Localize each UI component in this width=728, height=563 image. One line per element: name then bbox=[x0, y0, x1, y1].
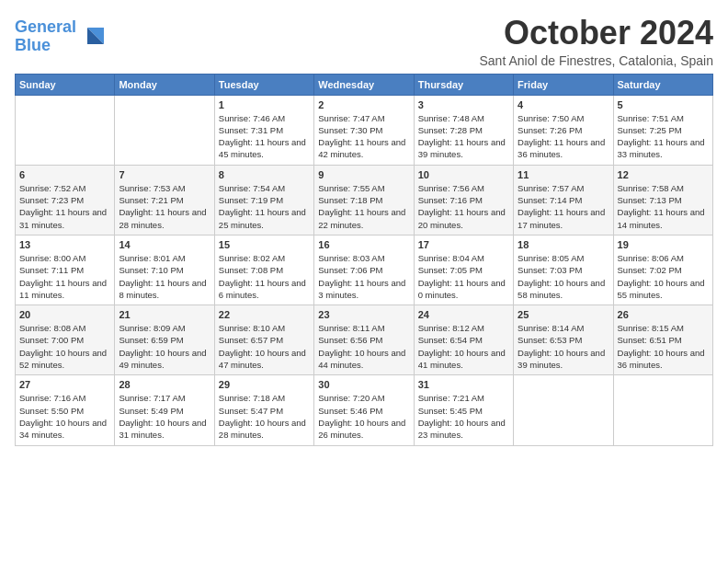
day-number: 22 bbox=[219, 309, 310, 320]
calendar-cell bbox=[16, 95, 115, 165]
logo-general: General bbox=[15, 17, 76, 36]
calendar-cell: 9Sunrise: 7:55 AM Sunset: 7:18 PM Daylig… bbox=[314, 165, 414, 235]
calendar-cell: 31Sunrise: 7:21 AM Sunset: 5:45 PM Dayli… bbox=[414, 375, 513, 445]
calendar-cell bbox=[115, 95, 214, 165]
logo-icon bbox=[78, 24, 104, 50]
day-number: 6 bbox=[19, 169, 110, 180]
col-header-friday: Friday bbox=[514, 74, 613, 95]
day-detail: Sunrise: 7:17 AM Sunset: 5:49 PM Dayligh… bbox=[119, 392, 210, 441]
col-header-wednesday: Wednesday bbox=[314, 74, 414, 95]
calendar-cell: 4Sunrise: 7:50 AM Sunset: 7:26 PM Daylig… bbox=[514, 95, 613, 165]
day-number: 26 bbox=[618, 309, 709, 320]
day-detail: Sunrise: 7:53 AM Sunset: 7:21 PM Dayligh… bbox=[119, 182, 210, 231]
day-detail: Sunrise: 8:14 AM Sunset: 6:53 PM Dayligh… bbox=[518, 322, 609, 371]
day-number: 10 bbox=[418, 169, 509, 180]
calendar-cell: 22Sunrise: 8:10 AM Sunset: 6:57 PM Dayli… bbox=[214, 305, 313, 375]
day-number: 30 bbox=[318, 379, 409, 390]
day-number: 24 bbox=[418, 309, 509, 320]
col-header-tuesday: Tuesday bbox=[214, 74, 313, 95]
calendar-cell: 23Sunrise: 8:11 AM Sunset: 6:56 PM Dayli… bbox=[314, 305, 414, 375]
day-detail: Sunrise: 7:48 AM Sunset: 7:28 PM Dayligh… bbox=[418, 112, 509, 161]
day-number: 17 bbox=[418, 239, 509, 250]
day-detail: Sunrise: 8:03 AM Sunset: 7:06 PM Dayligh… bbox=[318, 252, 409, 301]
calendar-cell: 15Sunrise: 8:02 AM Sunset: 7:08 PM Dayli… bbox=[214, 235, 313, 304]
day-detail: Sunrise: 7:46 AM Sunset: 7:31 PM Dayligh… bbox=[219, 112, 310, 161]
day-number: 7 bbox=[119, 169, 210, 180]
day-number: 23 bbox=[318, 309, 409, 320]
day-number: 4 bbox=[518, 99, 609, 110]
calendar-cell: 20Sunrise: 8:08 AM Sunset: 7:00 PM Dayli… bbox=[16, 305, 115, 375]
day-number: 9 bbox=[318, 169, 409, 180]
day-number: 27 bbox=[19, 379, 110, 390]
day-number: 5 bbox=[618, 99, 709, 110]
calendar-cell: 13Sunrise: 8:00 AM Sunset: 7:11 PM Dayli… bbox=[16, 235, 115, 304]
day-number: 12 bbox=[618, 169, 709, 180]
calendar-cell: 1Sunrise: 7:46 AM Sunset: 7:31 PM Daylig… bbox=[214, 95, 313, 165]
col-header-thursday: Thursday bbox=[414, 74, 513, 95]
day-detail: Sunrise: 7:47 AM Sunset: 7:30 PM Dayligh… bbox=[318, 112, 409, 161]
calendar-cell: 10Sunrise: 7:56 AM Sunset: 7:16 PM Dayli… bbox=[414, 165, 513, 235]
calendar-cell: 24Sunrise: 8:12 AM Sunset: 6:54 PM Dayli… bbox=[414, 305, 513, 375]
week-row-5: 27Sunrise: 7:16 AM Sunset: 5:50 PM Dayli… bbox=[16, 375, 713, 445]
day-detail: Sunrise: 7:50 AM Sunset: 7:26 PM Dayligh… bbox=[518, 112, 609, 161]
calendar-cell: 11Sunrise: 7:57 AM Sunset: 7:14 PM Dayli… bbox=[514, 165, 613, 235]
day-number: 19 bbox=[618, 239, 709, 250]
day-detail: Sunrise: 7:58 AM Sunset: 7:13 PM Dayligh… bbox=[618, 182, 709, 231]
calendar-cell bbox=[613, 375, 712, 445]
day-detail: Sunrise: 8:12 AM Sunset: 6:54 PM Dayligh… bbox=[418, 322, 509, 371]
month-title: October 2024 bbox=[480, 15, 714, 52]
title-block: October 2024 Sant Aniol de Finestres, Ca… bbox=[480, 15, 714, 68]
day-number: 13 bbox=[19, 239, 110, 250]
col-header-saturday: Saturday bbox=[613, 74, 712, 95]
calendar-cell: 3Sunrise: 7:48 AM Sunset: 7:28 PM Daylig… bbox=[414, 95, 513, 165]
calendar-table: SundayMondayTuesdayWednesdayThursdayFrid… bbox=[15, 74, 713, 446]
calendar-cell: 29Sunrise: 7:18 AM Sunset: 5:47 PM Dayli… bbox=[214, 375, 313, 445]
day-number: 18 bbox=[518, 239, 609, 250]
day-number: 29 bbox=[219, 379, 310, 390]
week-row-4: 20Sunrise: 8:08 AM Sunset: 7:00 PM Dayli… bbox=[16, 305, 713, 375]
calendar-cell: 21Sunrise: 8:09 AM Sunset: 6:59 PM Dayli… bbox=[115, 305, 214, 375]
day-detail: Sunrise: 7:16 AM Sunset: 5:50 PM Dayligh… bbox=[19, 392, 110, 441]
day-number: 15 bbox=[219, 239, 310, 250]
day-detail: Sunrise: 7:20 AM Sunset: 5:46 PM Dayligh… bbox=[318, 392, 409, 441]
week-row-2: 6Sunrise: 7:52 AM Sunset: 7:23 PM Daylig… bbox=[16, 165, 713, 235]
calendar-cell: 28Sunrise: 7:17 AM Sunset: 5:49 PM Dayli… bbox=[115, 375, 214, 445]
calendar-cell: 19Sunrise: 8:06 AM Sunset: 7:02 PM Dayli… bbox=[613, 235, 712, 304]
day-detail: Sunrise: 8:11 AM Sunset: 6:56 PM Dayligh… bbox=[318, 322, 409, 371]
page-header: General Blue October 2024 Sant Aniol de … bbox=[15, 15, 713, 68]
day-number: 1 bbox=[219, 99, 310, 110]
day-detail: Sunrise: 7:56 AM Sunset: 7:16 PM Dayligh… bbox=[418, 182, 509, 231]
day-detail: Sunrise: 8:08 AM Sunset: 7:00 PM Dayligh… bbox=[19, 322, 110, 371]
week-row-3: 13Sunrise: 8:00 AM Sunset: 7:11 PM Dayli… bbox=[16, 235, 713, 304]
calendar-cell: 17Sunrise: 8:04 AM Sunset: 7:05 PM Dayli… bbox=[414, 235, 513, 304]
day-detail: Sunrise: 8:05 AM Sunset: 7:03 PM Dayligh… bbox=[518, 252, 609, 301]
day-detail: Sunrise: 7:21 AM Sunset: 5:45 PM Dayligh… bbox=[418, 392, 509, 441]
day-detail: Sunrise: 8:06 AM Sunset: 7:02 PM Dayligh… bbox=[618, 252, 709, 301]
location-subtitle: Sant Aniol de Finestres, Catalonia, Spai… bbox=[480, 53, 714, 68]
week-row-1: 1Sunrise: 7:46 AM Sunset: 7:31 PM Daylig… bbox=[16, 95, 713, 165]
calendar-cell bbox=[514, 375, 613, 445]
day-number: 3 bbox=[418, 99, 509, 110]
day-number: 20 bbox=[19, 309, 110, 320]
logo: General Blue bbox=[15, 18, 104, 55]
col-header-sunday: Sunday bbox=[16, 74, 115, 95]
day-number: 14 bbox=[119, 239, 210, 250]
day-detail: Sunrise: 7:55 AM Sunset: 7:18 PM Dayligh… bbox=[318, 182, 409, 231]
calendar-cell: 25Sunrise: 8:14 AM Sunset: 6:53 PM Dayli… bbox=[514, 305, 613, 375]
day-number: 2 bbox=[318, 99, 409, 110]
calendar-cell: 2Sunrise: 7:47 AM Sunset: 7:30 PM Daylig… bbox=[314, 95, 414, 165]
day-detail: Sunrise: 8:04 AM Sunset: 7:05 PM Dayligh… bbox=[418, 252, 509, 301]
day-number: 16 bbox=[318, 239, 409, 250]
day-detail: Sunrise: 8:00 AM Sunset: 7:11 PM Dayligh… bbox=[19, 252, 110, 301]
day-detail: Sunrise: 7:57 AM Sunset: 7:14 PM Dayligh… bbox=[518, 182, 609, 231]
day-detail: Sunrise: 8:10 AM Sunset: 6:57 PM Dayligh… bbox=[219, 322, 310, 371]
day-detail: Sunrise: 7:18 AM Sunset: 5:47 PM Dayligh… bbox=[219, 392, 310, 441]
day-number: 31 bbox=[418, 379, 509, 390]
day-detail: Sunrise: 7:52 AM Sunset: 7:23 PM Dayligh… bbox=[19, 182, 110, 231]
day-number: 11 bbox=[518, 169, 609, 180]
day-detail: Sunrise: 8:15 AM Sunset: 6:51 PM Dayligh… bbox=[618, 322, 709, 371]
day-detail: Sunrise: 8:02 AM Sunset: 7:08 PM Dayligh… bbox=[219, 252, 310, 301]
calendar-cell: 30Sunrise: 7:20 AM Sunset: 5:46 PM Dayli… bbox=[314, 375, 414, 445]
calendar-cell: 16Sunrise: 8:03 AM Sunset: 7:06 PM Dayli… bbox=[314, 235, 414, 304]
day-detail: Sunrise: 8:09 AM Sunset: 6:59 PM Dayligh… bbox=[119, 322, 210, 371]
